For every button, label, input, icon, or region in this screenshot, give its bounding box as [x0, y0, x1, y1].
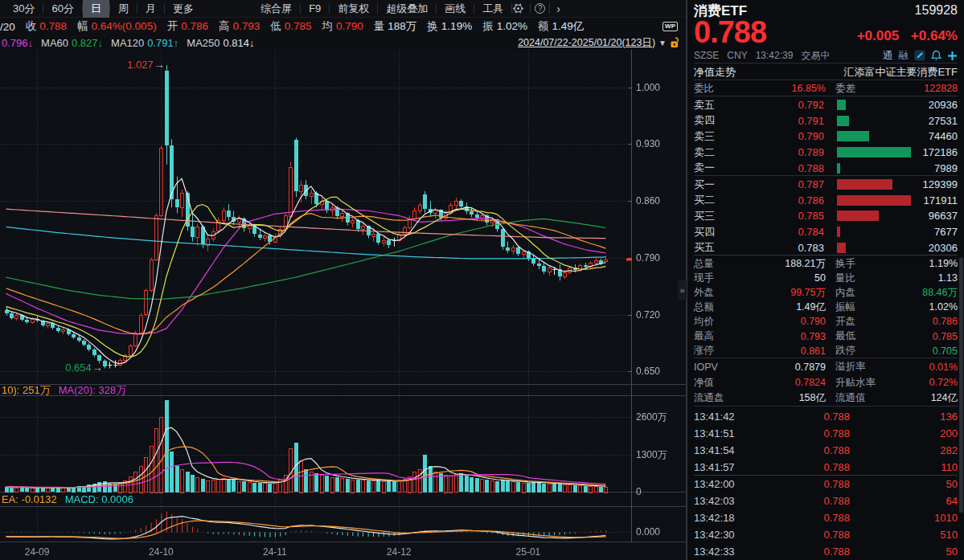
weicha-label: 委差: [826, 82, 885, 96]
order-level-label: 卖五: [694, 98, 726, 112]
iopv-label: 升贴水率: [826, 376, 895, 390]
wp-window-icon[interactable]: WP: [662, 22, 678, 31]
ask-row[interactable]: 卖三0.79074460: [694, 129, 958, 145]
iopv-row: 净值0.7824升贴水率0.72%: [694, 375, 958, 391]
chevron-right-icon[interactable]: ›: [550, 2, 567, 15]
last-price: 0.788: [694, 18, 766, 47]
order-volume: 74460: [929, 130, 958, 142]
summary-item: 开0.786: [167, 19, 208, 34]
trade-price: 0.788: [761, 512, 850, 524]
trade-price: 0.788: [761, 495, 850, 507]
summary-row: /20收0.788幅0.64%(0.005)开0.786高0.793低0.785…: [0, 18, 686, 35]
kline-chart[interactable]: [0, 50, 686, 560]
order-volume: 7989: [934, 162, 958, 174]
order-price: 0.792: [726, 99, 824, 111]
order-volume: 129399: [923, 178, 958, 190]
trade-time: 13:41:51: [694, 427, 761, 439]
order-volume-bar: 74460: [837, 131, 958, 141]
quote-time: 13:42:39: [756, 50, 794, 61]
tool-2[interactable]: F9: [301, 0, 329, 18]
tool-4[interactable]: 超级叠加: [378, 0, 436, 18]
nav-row: 净值走势 汇添富中证主要消费ETF: [694, 64, 958, 80]
bid-row[interactable]: 买四0.7847677: [694, 224, 958, 240]
gear-icon-wrap[interactable]: [512, 2, 530, 14]
tab-period-4[interactable]: 周: [110, 0, 137, 18]
summary-value: 0.788: [39, 20, 67, 32]
trade-volume: 110: [850, 461, 958, 473]
commission-row: 委比 16.85% 委差 122828: [694, 81, 958, 96]
stat-label: 开盘: [826, 315, 885, 329]
iopv-value: 124亿: [895, 391, 958, 405]
bid-row[interactable]: 买五0.78320306: [694, 239, 958, 255]
bid-levels: 买一0.787129399买二0.786171911买三0.78596637买四…: [694, 177, 958, 255]
ask-levels: 卖五0.79220936卖四0.79127531卖三0.79074460卖二0.…: [694, 97, 958, 176]
ma-value: 0.796↓: [2, 37, 33, 49]
toolbar-tools: 综合屏F9前复权超级叠加画线工具?›: [252, 0, 567, 18]
unlock-icon[interactable]: [670, 36, 681, 49]
tool-6[interactable]: 工具: [474, 0, 511, 18]
ask-row[interactable]: 卖一0.7887989: [694, 160, 958, 176]
bell-icon[interactable]: [931, 50, 941, 61]
iopv-row: IOPV0.7879溢折率0.01%: [694, 359, 958, 375]
period-tabs: 30分60分日周月更多: [5, 0, 202, 18]
gear-icon[interactable]: [512, 2, 524, 14]
date-range-control: 2024/07/22-2025/01/20(123日) ▼: [518, 36, 681, 50]
stat-row: 涨停0.861跌停0.705: [694, 344, 958, 358]
bid-row[interactable]: 买一0.787129399: [694, 177, 958, 193]
bid-row[interactable]: 买三0.78596637: [694, 208, 958, 224]
currency-label: CNY: [727, 50, 747, 61]
ask-row[interactable]: 卖四0.79127531: [694, 113, 958, 129]
tool-3[interactable]: 前复权: [330, 0, 377, 18]
tab-period-3[interactable]: 日: [83, 0, 109, 18]
ask-row[interactable]: 卖五0.79220936: [694, 97, 958, 113]
collapse-expander[interactable]: »: [678, 280, 687, 300]
summary-label: 收: [26, 20, 37, 32]
ma-label: MA250: [187, 37, 219, 49]
tab-period-2[interactable]: 60分: [43, 0, 81, 18]
stat-row: 总额1.49亿振幅1.02%: [694, 300, 958, 314]
order-volume: 20306: [929, 242, 958, 254]
summary-prefix: /20: [0, 21, 15, 33]
badge-margin: 融: [899, 49, 909, 63]
bid-row[interactable]: 买二0.786171911: [694, 193, 958, 209]
summary-item: 均0.790: [322, 19, 363, 34]
scrollbar[interactable]: [959, 257, 963, 513]
stat-value: 88.46万: [885, 286, 958, 300]
badge-connect: 通: [883, 49, 893, 63]
tool-5[interactable]: 画线: [437, 0, 474, 18]
order-price: 0.787: [726, 178, 824, 190]
order-volume: 27531: [929, 115, 958, 127]
fund-name[interactable]: 汇添富中证主要消费ETF: [843, 65, 958, 80]
stat-label: 均价: [694, 315, 731, 329]
summary-label: 换: [427, 20, 438, 32]
tab-period-1[interactable]: 30分: [5, 0, 43, 18]
tab-period-6[interactable]: 更多: [165, 0, 202, 18]
ma-value: 0.814↓: [224, 37, 255, 49]
volume-bar-fill: [837, 227, 840, 237]
edit-icon[interactable]: [914, 50, 925, 61]
ma-item: MA600.827↓: [41, 37, 103, 49]
exchange-label: SZSE: [694, 50, 719, 61]
stat-value: 1.19%: [885, 258, 958, 269]
plus-icon[interactable]: [947, 51, 958, 61]
trade-price: 0.788: [761, 427, 850, 439]
iopv-value: 0.01%: [895, 362, 958, 373]
order-level-label: 卖三: [694, 129, 726, 144]
tool-1[interactable]: 综合屏: [252, 0, 300, 18]
trade-volume: 200: [850, 427, 958, 439]
tick-trades-list: 13:41:420.78813613:41:510.78820013:41:54…: [694, 408, 958, 560]
order-volume: 171911: [924, 194, 958, 206]
chevron-down-icon[interactable]: ▼: [658, 39, 667, 47]
stat-value: 188.21万: [731, 257, 826, 271]
ask-row[interactable]: 卖二0.789172186: [694, 145, 958, 161]
tab-period-5[interactable]: 月: [137, 0, 164, 18]
order-volume: 172186: [923, 146, 958, 158]
order-price: 0.788: [726, 162, 824, 174]
date-range[interactable]: 2024/07/22-2025/01/20(123日): [518, 36, 655, 50]
help-icon[interactable]: ?: [535, 3, 545, 14]
iopv-value: 0.72%: [895, 377, 958, 388]
nav-trend-link[interactable]: 净值走势: [694, 65, 736, 80]
stat-value: 0.786: [885, 316, 958, 327]
summary-label: 开: [167, 20, 178, 32]
trade-time: 13:42:18: [694, 512, 761, 524]
